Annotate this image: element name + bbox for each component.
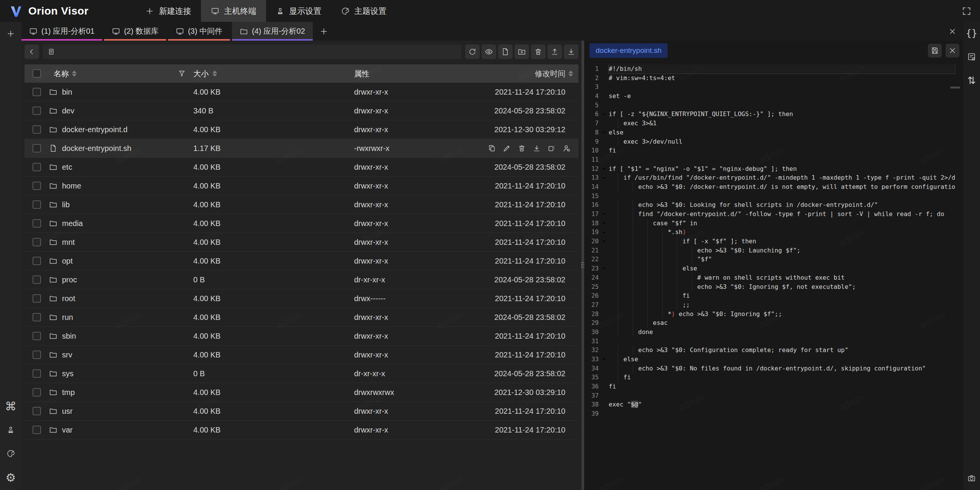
directory-tree-icon[interactable] (47, 48, 55, 56)
file-row-sbin[interactable]: sbin4.00 KBdrwxr-xr-x2021-11-24 17:20:10 (24, 327, 578, 346)
file-row-srv[interactable]: srv4.00 KBdrwxr-xr-x2021-11-24 17:20:10 (24, 346, 578, 364)
row-checkbox[interactable] (33, 219, 41, 228)
code-line-34[interactable]: 34 echo >&3 "$0: No files found in /dock… (584, 364, 958, 373)
terminal-tab-4[interactable]: (4) 应用-分析02 (232, 22, 313, 41)
code-line-32[interactable]: 32 echo >&3 "$0: Configuration complete;… (584, 346, 958, 355)
file-row-var[interactable]: var4.00 KBdrwxr-xr-x2021-11-24 17:20:10 (24, 421, 578, 439)
code-line-5[interactable]: 5 (584, 101, 958, 110)
terminal-tab-1[interactable]: (1) 应用-分析01 (21, 22, 102, 41)
file-row-usr[interactable]: usr4.00 KBdrwxr-xr-x2021-11-24 17:20:10 (24, 402, 578, 421)
fold-arrow-icon[interactable] (599, 355, 609, 364)
new-connection-button[interactable] (3, 26, 18, 41)
file-row-lib[interactable]: lib4.00 KBdrwxr-xr-x2021-11-24 17:20:10 (24, 195, 578, 214)
row-checkbox[interactable] (33, 238, 41, 246)
row-checkbox[interactable] (33, 182, 41, 190)
code-line-2[interactable]: 2# vim:sw=4:ts=4:et (584, 74, 958, 83)
time-sort-control[interactable] (568, 70, 573, 77)
file-row-etc[interactable]: etc4.00 KBdrwxr-xr-x2024-05-28 23:58:02 (24, 158, 578, 177)
display-settings-button[interactable] (3, 423, 18, 437)
fold-arrow-icon[interactable] (599, 173, 609, 182)
fold-arrow-icon[interactable] (599, 264, 609, 273)
row-checkbox[interactable] (33, 257, 41, 265)
code-line-29[interactable]: 29 esac (584, 318, 958, 328)
back-button[interactable] (24, 44, 39, 59)
editor-scrollbar-thumb[interactable] (950, 87, 960, 88)
code-line-17[interactable]: 17 find "/docker-entrypoint.d/" -follow … (584, 210, 958, 219)
row-checkbox[interactable] (33, 351, 41, 359)
fold-arrow-icon[interactable] (599, 110, 609, 119)
file-row-bin[interactable]: bin4.00 KBdrwxr-xr-x2021-11-24 17:20:10 (24, 83, 578, 102)
row-checkbox[interactable] (33, 275, 41, 284)
file-row-sys[interactable]: sys0 Bdr-xr-xr-x2024-05-28 23:58:02 (24, 364, 578, 383)
code-line-25[interactable]: 25 echo >&3 "$0: Ignoring $f, not execut… (584, 282, 958, 292)
size-sort-control[interactable] (212, 70, 217, 77)
close-panel-icon[interactable] (942, 22, 963, 41)
path-input-box[interactable] (43, 44, 461, 59)
code-line-4[interactable]: 4set -e (584, 92, 958, 101)
code-line-21[interactable]: 21 echo >&3 "$0: Launching $f"; (584, 246, 958, 255)
terminal-tab-2[interactable]: (2) 数据库 (104, 22, 166, 41)
code-line-1[interactable]: 1#!/bin/sh (584, 64, 958, 74)
download-icon[interactable] (532, 144, 541, 152)
save-icon[interactable] (928, 44, 942, 57)
snippets-button[interactable]: ⌘ (3, 399, 18, 413)
editor-file-tab[interactable]: docker-entrypoint.sh (590, 43, 668, 58)
name-sort-control[interactable] (72, 70, 77, 77)
code-line-30[interactable]: 30 done (584, 328, 958, 337)
row-checkbox[interactable] (33, 426, 41, 434)
file-row-opt[interactable]: opt4.00 KBdrwxr-xr-x2021-11-24 17:20:10 (24, 252, 578, 270)
settings-button[interactable]: ⚙ (3, 470, 18, 485)
upload-button[interactable] (547, 44, 562, 59)
code-line-38[interactable]: 38exec "$@" (584, 400, 958, 409)
nav-item-2[interactable]: 主机终端 (201, 0, 266, 22)
fold-arrow-icon[interactable] (599, 210, 609, 219)
row-checkbox[interactable] (33, 388, 41, 397)
code-line-12[interactable]: 12if [ "$1" = "nginx" -o "$1" = "nginx-d… (584, 164, 958, 174)
file-row-mnt[interactable]: mnt4.00 KBdrwxr-xr-x2021-11-24 17:20:10 (24, 233, 578, 252)
file-row-docker-entrypoint.sh[interactable]: docker-entrypoint.sh1.17 KB-rwxrwxr-x (24, 139, 578, 158)
code-line-10[interactable]: 10fi (584, 146, 958, 155)
edit-icon[interactable] (503, 144, 511, 152)
delete-icon[interactable] (518, 144, 526, 152)
nav-item-1[interactable]: 新建连接 (135, 0, 201, 22)
code-line-37[interactable]: 37 (584, 391, 958, 400)
code-line-26[interactable]: 26 fi (584, 291, 958, 300)
screenshot-button[interactable] (964, 471, 979, 485)
row-checkbox[interactable] (33, 125, 41, 134)
preview-button[interactable] (482, 44, 496, 59)
move-icon[interactable] (547, 144, 556, 152)
row-checkbox[interactable] (33, 313, 41, 321)
row-checkbox[interactable] (33, 407, 41, 415)
file-row-home[interactable]: home4.00 KBdrwxr-xr-x2021-11-24 17:20:10 (24, 177, 578, 195)
filter-icon[interactable] (178, 69, 186, 78)
delete-button[interactable] (531, 44, 546, 59)
code-line-19[interactable]: 19 *.sh) (584, 228, 958, 237)
path-input[interactable] (59, 47, 457, 57)
refresh-button[interactable] (465, 44, 480, 59)
new-folder-button[interactable] (514, 44, 529, 59)
code-line-18[interactable]: 18 case "$f" in (584, 219, 958, 228)
code-line-24[interactable]: 24 # warn on shell scripts without exec … (584, 273, 958, 282)
fold-arrow-icon[interactable] (599, 128, 609, 137)
code-line-28[interactable]: 28 *) echo >&3 "$0: Ignoring $f";; (584, 310, 958, 319)
code-line-20[interactable]: 20 if [ -x "$f" ]; then (584, 237, 958, 246)
code-line-27[interactable]: 27 ;; (584, 300, 958, 310)
row-checkbox[interactable] (33, 200, 41, 209)
file-row-run[interactable]: run4.00 KBdrwxr-xr-x2024-05-28 23:58:02 (24, 308, 578, 327)
transfer-list-button[interactable]: ⇅ (964, 73, 979, 88)
theme-settings-button[interactable] (3, 446, 18, 461)
file-row-media[interactable]: media4.00 KBdrwxr-xr-x2021-11-24 17:20:1… (24, 214, 578, 233)
row-checkbox[interactable] (33, 163, 41, 171)
code-area[interactable]: 1#!/bin/sh2# vim:sw=4:ts=4:et34set -e56i… (584, 64, 958, 490)
row-checkbox[interactable] (33, 107, 41, 115)
row-checkbox[interactable] (33, 332, 41, 340)
code-line-23[interactable]: 23 else (584, 264, 958, 273)
code-line-36[interactable]: 36fi (584, 382, 958, 391)
new-file-button[interactable] (498, 44, 513, 59)
new-tab-button[interactable] (315, 22, 333, 41)
code-line-11[interactable]: 11 (584, 155, 958, 164)
row-checkbox[interactable] (33, 88, 41, 96)
download-button[interactable] (564, 44, 578, 59)
fold-arrow-icon[interactable] (599, 219, 609, 228)
code-line-7[interactable]: 7 exec 3>&1 (584, 119, 958, 128)
